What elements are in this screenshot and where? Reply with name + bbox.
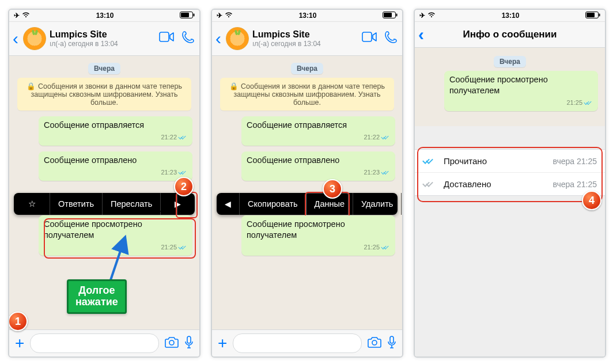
message-input[interactable] [233,333,362,353]
message-bubble-3[interactable]: Сообщение просмотрено получателем 21:25 [241,215,395,256]
phone-screenshot-3: ✈ 13:10 ‹ Инфо о сообщении Вчера Сообщен… [414,9,606,358]
message-bubble-1[interactable]: Сообщение отправляется 21:22 [39,116,192,146]
svg-rect-2 [181,13,189,17]
voice-call-icon[interactable] [182,31,195,47]
svg-rect-1 [193,13,194,16]
info-message-bubble: Сообщение просмотрено получателем 21:25 [444,71,598,111]
context-menu-more[interactable]: ▶ [402,193,402,215]
annotation-badge-1: 1 [8,312,28,331]
contact-avatar[interactable] [226,27,249,50]
chat-body[interactable]: Вчера 🔒Сообщения и звонки в данном чате … [9,56,199,336]
back-button[interactable]: ‹ [12,30,20,47]
message-bubble-2[interactable]: Сообщение отправлено 21:23 [241,151,395,181]
chat-body[interactable]: Вчера 🔒Сообщения и звонки в данном чате … [212,56,402,336]
read-ticks-icon [381,170,391,176]
context-menu-delete[interactable]: Удалить [353,193,402,215]
encryption-notice[interactable]: 🔒Сообщения и звонки в данном чате теперь… [220,78,394,111]
message-time: 21:22 [161,134,177,141]
annotation-badge-4: 4 [582,191,601,210]
phone-screenshot-1: ✈ 13:10 ‹ Lumpics Site ıл(-а) сегодня в … [8,9,200,358]
context-menu-more[interactable]: ▶ [161,193,194,215]
chat-title-block[interactable]: Lumpics Site ıл(-а) сегодня в 13:04 [50,29,156,48]
back-button[interactable]: ‹ [418,22,424,47]
status-time: 13:10 [502,12,520,20]
read-ticks-icon [179,245,188,251]
message-input[interactable] [30,333,159,353]
info-title: Инфо о сообщении [463,29,557,40]
status-time: 13:10 [299,12,317,20]
info-row-read: Прочитано вчера 21:25 [415,150,605,173]
message-bubble-2[interactable]: Сообщение отправлено 21:23 [39,151,192,181]
callout-line: нажатие [75,296,118,308]
day-chip: Вчера [88,63,120,74]
svg-rect-3 [160,32,169,41]
message-info-list: Прочитано вчера 21:25 Доставлено вчера 2… [415,149,605,196]
annotation-badge-2: 2 [174,177,194,196]
svg-rect-14 [599,13,600,16]
context-menu-forward[interactable]: Переслать [103,193,161,215]
camera-button[interactable] [165,336,179,351]
info-read-time: вчера 21:25 [553,157,597,166]
message-time: 21:22 [364,134,380,141]
chat-title: Lumpics Site [50,29,156,40]
voice-call-icon[interactable] [385,31,398,47]
info-row-delivered: Доставлено вчера 21:25 [415,173,605,195]
message-text: Сообщение просмотрено получателем [247,219,345,240]
message-time: 21:23 [364,169,380,176]
chat-navbar: ‹ Lumpics Site ıл(-а) сегодня в 13:04 [212,22,402,56]
ios-status-bar: ✈ 13:10 [415,10,605,22]
contact-avatar[interactable] [23,27,46,50]
message-text: Сообщение отправлено [247,156,339,165]
chat-navbar: ‹ Lumpics Site ıл(-а) сегодня в 13:04 [9,22,199,56]
callout-line: Долгое [75,285,118,296]
airplane-mode-icon: ✈ [217,12,222,20]
chat-title-block[interactable]: Lumpics Site ıл(-а) сегодня в 13:04 [252,29,358,48]
battery-icon [585,12,600,20]
message-text: Сообщение отправляется [44,120,144,130]
svg-rect-12 [390,336,393,343]
info-delivered-label: Доставлено [444,179,553,189]
read-ticks-icon [179,170,188,176]
battery-icon [383,12,398,20]
battery-icon [180,12,195,20]
airplane-mode-icon: ✈ [419,12,425,20]
back-button[interactable]: ‹ [214,30,222,47]
info-delivered-time: вчера 21:25 [553,180,597,189]
message-time: 21:25 [566,99,582,106]
context-menu-reply[interactable]: Ответить [50,193,103,215]
info-body: Вчера Сообщение просмотрено получателем … [415,48,605,358]
context-menu: ◀ Скопировать Данные Удалить ▶ [217,193,398,215]
context-menu-prev[interactable]: ◀ [217,193,240,215]
airplane-mode-icon: ✈ [14,12,20,20]
context-menu: ☆ Ответить Переслать ▶ [14,193,195,215]
message-bubble-1[interactable]: Сообщение отправляется 21:22 [241,116,395,146]
encryption-notice[interactable]: 🔒Сообщения и звонки в данном чате теперь… [17,78,191,111]
read-ticks-icon [584,100,593,106]
voice-record-button[interactable] [387,336,396,351]
info-navbar: ‹ Инфо о сообщении [415,22,605,48]
info-read-label: Прочитано [444,156,553,166]
message-input-bar: + [212,329,402,357]
message-time: 21:23 [161,169,177,176]
message-bubble-3[interactable]: Сообщение просмотрено получателем 21:25 [39,215,192,256]
video-call-icon[interactable] [362,31,377,47]
message-text: Сообщение отправлено [44,156,137,165]
message-text: Сообщение просмотрено получателем [44,219,142,240]
context-menu-copy[interactable]: Скопировать [240,193,306,215]
context-menu-star[interactable]: ☆ [14,193,50,215]
attach-button[interactable]: + [15,334,24,352]
message-input-bar: + [9,329,199,357]
chat-title: Lumpics Site [252,29,358,40]
camera-button[interactable] [368,336,381,351]
attach-button[interactable]: + [218,334,227,352]
svg-rect-10 [362,32,372,41]
voice-record-button[interactable] [184,336,194,351]
lock-icon: 🔒 [229,82,239,90]
wifi-icon [427,12,436,20]
delivered-ticks-icon [423,180,438,188]
day-chip: Вчера [494,56,526,67]
svg-rect-8 [396,13,397,16]
svg-rect-15 [586,13,595,17]
video-call-icon[interactable] [159,31,174,47]
svg-rect-9 [384,13,392,17]
